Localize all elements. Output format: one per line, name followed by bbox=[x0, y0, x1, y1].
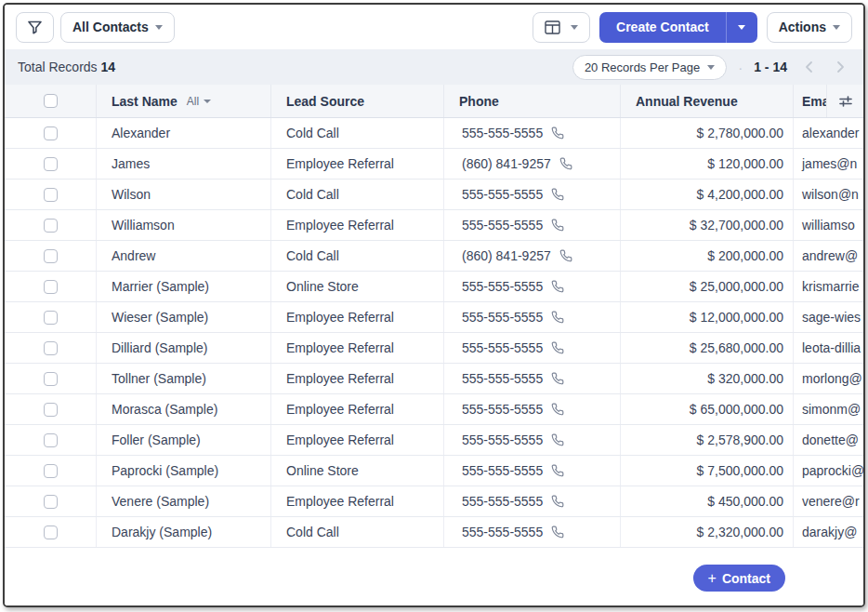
column-header-annual-revenue[interactable]: Annual Revenue bbox=[620, 85, 793, 117]
cell-lead-source: Cold Call bbox=[270, 118, 443, 148]
layout-selector-button[interactable] bbox=[533, 12, 590, 43]
cell-last-name[interactable]: Wieser (Sample) bbox=[96, 302, 270, 332]
phone-icon[interactable] bbox=[551, 311, 564, 324]
cell-email[interactable]: paprocki@ bbox=[793, 456, 863, 486]
phone-icon[interactable] bbox=[559, 157, 572, 170]
table-row[interactable]: Dilliard (Sample) Employee Referral 555-… bbox=[5, 333, 863, 364]
phone-icon[interactable] bbox=[551, 219, 564, 232]
phone-icon[interactable] bbox=[551, 280, 564, 293]
table-row[interactable]: Wilson Cold Call 555-555-5555 $ 4,200,00… bbox=[5, 180, 863, 210]
row-checkbox[interactable] bbox=[44, 464, 58, 478]
row-checkbox[interactable] bbox=[44, 495, 58, 509]
row-checkbox[interactable] bbox=[44, 311, 58, 325]
records-per-page-dropdown[interactable]: 20 Records Per Page bbox=[572, 55, 727, 80]
cell-last-name[interactable]: Dilliard (Sample) bbox=[96, 333, 270, 363]
cell-lead-source: Employee Referral bbox=[270, 302, 443, 332]
cell-annual-revenue: $ 320,000.00 bbox=[620, 364, 793, 393]
table-row[interactable]: Tollner (Sample) Employee Referral 555-5… bbox=[5, 364, 863, 394]
phone-icon[interactable] bbox=[559, 249, 572, 262]
phone-icon[interactable] bbox=[551, 495, 564, 508]
table-row[interactable]: Morasca (Sample) Employee Referral 555-5… bbox=[5, 394, 863, 425]
row-checkbox[interactable] bbox=[44, 526, 58, 539]
phone-icon[interactable] bbox=[551, 341, 564, 354]
row-checkbox[interactable] bbox=[44, 403, 58, 417]
phone-icon[interactable] bbox=[551, 433, 564, 446]
phone-icon[interactable] bbox=[551, 188, 564, 201]
create-contact-dropdown[interactable] bbox=[726, 12, 757, 43]
phone-icon[interactable] bbox=[551, 126, 564, 140]
filter-button[interactable] bbox=[16, 12, 54, 43]
cell-lead-source: Cold Call bbox=[270, 241, 443, 271]
cell-last-name[interactable]: Wilson bbox=[96, 180, 270, 209]
phone-icon[interactable] bbox=[551, 464, 564, 477]
row-checkbox[interactable] bbox=[44, 188, 58, 202]
table-row[interactable]: James Employee Referral (860) 841-9257 $… bbox=[5, 149, 863, 180]
cell-last-name[interactable]: Williamson bbox=[96, 210, 270, 240]
row-checkbox[interactable] bbox=[44, 280, 58, 294]
row-checkbox[interactable] bbox=[44, 433, 58, 447]
phone-icon[interactable] bbox=[551, 526, 564, 539]
table-header: Last Name All Lead Source Phone Annual R… bbox=[5, 85, 863, 118]
cell-email[interactable]: leota-dillia bbox=[793, 333, 863, 363]
cell-last-name[interactable]: Morasca (Sample) bbox=[96, 394, 270, 424]
table-row[interactable]: Williamson Employee Referral 555-555-555… bbox=[5, 210, 863, 241]
cell-annual-revenue: $ 32,700,000.00 bbox=[620, 210, 793, 240]
column-header-last-name[interactable]: Last Name All bbox=[96, 85, 270, 117]
cell-email[interactable]: williamso bbox=[793, 210, 863, 240]
table-row[interactable]: Paprocki (Sample) Online Store 555-555-5… bbox=[5, 456, 863, 486]
cell-last-name[interactable]: Darakjy (Sample) bbox=[96, 517, 270, 547]
cell-email[interactable]: james@n bbox=[793, 149, 863, 179]
table-row[interactable]: Wieser (Sample) Employee Referral 555-55… bbox=[5, 302, 863, 333]
column-header-email[interactable]: Ema bbox=[793, 85, 826, 117]
chevron-down-icon bbox=[155, 25, 163, 30]
table-row[interactable]: Alexander Cold Call 555-555-5555 $ 2,780… bbox=[5, 118, 863, 149]
cell-email[interactable]: alexander bbox=[793, 118, 863, 148]
row-checkbox[interactable] bbox=[44, 341, 58, 355]
cell-email[interactable]: wilson@n bbox=[793, 180, 863, 209]
cell-phone: 555-555-5555 bbox=[443, 180, 620, 209]
cell-lead-source: Employee Referral bbox=[270, 333, 443, 363]
cell-last-name[interactable]: James bbox=[96, 149, 270, 179]
column-header-lead-source[interactable]: Lead Source bbox=[270, 85, 443, 117]
table-row[interactable]: Andrew Cold Call (860) 841-9257 $ 200,00… bbox=[5, 241, 863, 272]
cell-email[interactable]: andrew@ bbox=[793, 241, 863, 271]
actions-dropdown[interactable]: Actions bbox=[767, 12, 852, 43]
table-row[interactable]: Darakjy (Sample) Cold Call 555-555-5555 … bbox=[5, 517, 863, 548]
phone-icon[interactable] bbox=[551, 403, 564, 416]
create-contact-button[interactable]: Create Contact bbox=[599, 12, 726, 43]
total-records-label: Total Records bbox=[18, 60, 98, 74]
cell-email[interactable]: venere@r bbox=[793, 486, 863, 516]
cell-email[interactable]: darakjy@ bbox=[793, 517, 863, 547]
cell-email[interactable]: sage-wies bbox=[793, 302, 863, 332]
cell-last-name[interactable]: Venere (Sample) bbox=[96, 486, 270, 516]
next-page-button[interactable] bbox=[830, 57, 850, 77]
chevron-down-icon bbox=[707, 65, 715, 70]
toolbar: All Contacts Create Contact bbox=[5, 5, 863, 49]
row-checkbox[interactable] bbox=[44, 372, 58, 386]
row-checkbox[interactable] bbox=[44, 126, 58, 140]
cell-last-name[interactable]: Paprocki (Sample) bbox=[96, 456, 270, 486]
table-row[interactable]: Marrier (Sample) Online Store 555-555-55… bbox=[5, 272, 863, 302]
cell-email[interactable]: krismarrie bbox=[793, 272, 863, 301]
phone-icon[interactable] bbox=[551, 372, 564, 385]
add-contact-button[interactable]: + Contact bbox=[693, 565, 785, 592]
column-header-phone[interactable]: Phone bbox=[443, 85, 620, 117]
cell-last-name[interactable]: Foller (Sample) bbox=[96, 425, 270, 455]
cell-last-name[interactable]: Marrier (Sample) bbox=[96, 272, 270, 301]
cell-email[interactable]: donette@ bbox=[793, 425, 863, 455]
row-checkbox[interactable] bbox=[44, 249, 58, 263]
view-selector-dropdown[interactable]: All Contacts bbox=[60, 12, 175, 43]
row-checkbox[interactable] bbox=[44, 157, 58, 171]
cell-email[interactable]: simonm@ bbox=[793, 394, 863, 424]
last-name-filter-dropdown[interactable]: All bbox=[187, 95, 211, 108]
cell-last-name[interactable]: Tollner (Sample) bbox=[96, 364, 270, 393]
previous-page-button[interactable] bbox=[798, 57, 819, 77]
row-checkbox[interactable] bbox=[44, 219, 58, 233]
select-all-checkbox[interactable] bbox=[44, 94, 58, 108]
table-row[interactable]: Foller (Sample) Employee Referral 555-55… bbox=[5, 425, 863, 456]
table-row[interactable]: Venere (Sample) Employee Referral 555-55… bbox=[5, 486, 863, 517]
cell-last-name[interactable]: Andrew bbox=[96, 241, 270, 271]
cell-email[interactable]: morlong@ bbox=[793, 364, 863, 393]
cell-last-name[interactable]: Alexander bbox=[96, 118, 270, 148]
column-settings-button[interactable] bbox=[826, 85, 863, 117]
